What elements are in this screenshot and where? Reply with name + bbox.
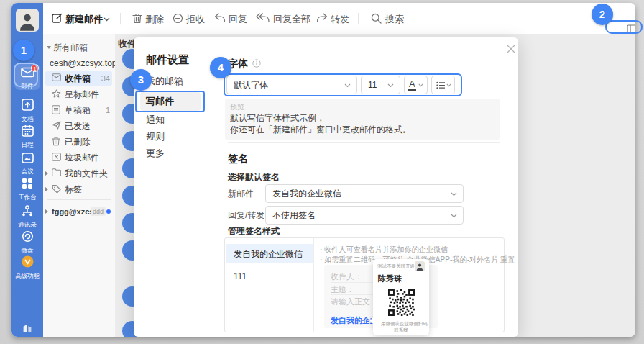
- folder-icon: [52, 168, 61, 176]
- folder-label: 标签: [65, 183, 82, 196]
- folder-divider: [47, 199, 111, 200]
- contacts-icon: [21, 205, 34, 217]
- manage-signature-label: 管理签名样式: [228, 225, 280, 237]
- sidebar-item-calendar[interactable]: 日程: [12, 125, 43, 148]
- choose-signature-label: 选择默认签名: [228, 171, 280, 184]
- settings-menu-notify[interactable]: 通知: [146, 112, 203, 128]
- workbench-icon: [22, 178, 33, 189]
- signature-item[interactable]: 111: [234, 271, 247, 281]
- sidebar-item-label: 会议: [12, 168, 42, 175]
- forward-button[interactable]: 转发: [331, 13, 349, 26]
- drive-icon: [22, 230, 34, 243]
- mail-toolbar: 新建邮件 删除 拒收 回复 回复全部 转发: [43, 3, 635, 35]
- settings-title: 邮件设置: [146, 53, 189, 67]
- tag-icon: [52, 184, 61, 193]
- body-placeholder: 请输入正文: [331, 297, 370, 307]
- annotation-box-3: [135, 91, 205, 112]
- account2-row[interactable]: fggg@xzcs... ddd: [43, 205, 115, 218]
- delete-icon: [132, 13, 142, 27]
- folder-group-all[interactable]: 所有邮箱: [43, 41, 115, 54]
- app-window: 1 邮件 文档 日程 会议 工作台 通讯录: [12, 3, 635, 337]
- caret-right-icon: [45, 171, 48, 176]
- caret-right-icon: [45, 187, 48, 191]
- junk-icon: [52, 153, 61, 161]
- preview-label: 预览: [230, 102, 244, 112]
- toolbar-divider: [358, 13, 359, 24]
- account-row[interactable]: cesh@xzcsyx.top: [43, 57, 115, 70]
- delete-button[interactable]: 删除: [145, 13, 164, 26]
- sidebar-item-label: 文档: [12, 115, 42, 122]
- sidebar-item-label: 日程: [12, 141, 42, 148]
- account2-tag: ddd: [91, 207, 106, 216]
- sidebar-item-drive[interactable]: 微盘: [12, 230, 43, 254]
- inbox-icon: [52, 73, 61, 81]
- advanced-features-icon: [22, 255, 34, 268]
- reject-icon: [172, 13, 183, 27]
- user-avatar[interactable]: [16, 9, 39, 32]
- search-button[interactable]: 搜索: [385, 13, 404, 26]
- folder-item-inbox[interactable]: 收件箱 34: [43, 72, 115, 85]
- folder-label: 草稿箱: [65, 104, 91, 117]
- trash-icon: [52, 137, 60, 146]
- folder-item-junk[interactable]: 垃圾邮件: [43, 151, 115, 164]
- organization-icon[interactable]: [21, 321, 34, 337]
- settings-menu-my-mailbox[interactable]: 我的邮箱: [146, 73, 203, 89]
- folder-item-drafts[interactable]: 草稿箱 1: [43, 104, 115, 117]
- star-icon: [52, 89, 61, 99]
- folder-item-starred[interactable]: 星标邮件: [43, 88, 115, 101]
- chevron-down-icon[interactable]: [104, 17, 110, 22]
- settings-menu-rules[interactable]: 规则: [146, 129, 203, 145]
- reply-all-icon: [256, 13, 270, 26]
- reject-button[interactable]: 拒收: [186, 13, 205, 26]
- sidebar-item-label: 微盘: [12, 247, 42, 254]
- card-scan-text-2: 联系我: [381, 327, 421, 334]
- person-photo-icon: [415, 261, 425, 271]
- subject-field-label: 主题：: [331, 284, 354, 295]
- signature-item[interactable]: 发自我的企业微信: [234, 248, 303, 261]
- folder-item-deleted[interactable]: 已删除: [43, 135, 115, 148]
- account-label: cesh@xzcsyx.top: [50, 57, 117, 70]
- caret-down-icon: [47, 46, 51, 49]
- to-field-label: 收件人：: [331, 271, 362, 282]
- annotation-badge-2: 2: [592, 4, 613, 25]
- settings-menu-more[interactable]: 更多: [146, 145, 203, 161]
- folder-item-tags[interactable]: 标签: [43, 183, 115, 196]
- card-scan-text-1: 用微信或企业微信扫码: [381, 321, 421, 327]
- sidebar-item-meeting[interactable]: 会议: [12, 153, 43, 175]
- compose-button[interactable]: 新建邮件: [65, 13, 103, 26]
- preview-line2: 你还可在「新建邮件」窗口中更改邮件的格式。: [230, 124, 411, 136]
- font-preview-box: 预览 默认写信字体样式示例， 你还可在「新建邮件」窗口中更改邮件的格式。: [225, 99, 500, 140]
- folder-item-sent[interactable]: 已发送: [43, 119, 115, 132]
- folder-item-myfolders[interactable]: 我的文件夹: [43, 167, 115, 180]
- section-divider: [228, 142, 500, 143]
- reply-button[interactable]: 回复: [229, 13, 247, 26]
- folder-label: 垃圾邮件: [65, 151, 99, 164]
- annotation-box-4: [224, 73, 462, 96]
- sidebar-item-label: 工作台: [12, 194, 42, 201]
- sidebar-item-workbench[interactable]: 工作台: [12, 178, 43, 201]
- folder-label: 我的文件夹: [65, 167, 108, 180]
- folder-label: 星标邮件: [65, 88, 99, 101]
- reply-all-button[interactable]: 回复全部: [273, 13, 310, 26]
- annotation-box-2: [605, 20, 643, 34]
- sidebar-item-label: 高级功能: [12, 272, 42, 279]
- sidebar-item-advanced[interactable]: 高级功能: [12, 255, 43, 279]
- dialog-close-icon[interactable]: [507, 45, 515, 53]
- reply-signature-select[interactable]: 不使用签名: [265, 206, 464, 225]
- meeting-icon: [22, 153, 34, 163]
- signature-section-heading: 签名: [228, 153, 248, 166]
- info-icon[interactable]: [252, 59, 261, 68]
- sidebar-item-docs[interactable]: 文档: [12, 99, 43, 122]
- preview-line1: 默认写信字体样式示例，: [230, 112, 325, 125]
- folder-label: 已删除: [65, 135, 91, 148]
- folder-group-label: 所有邮箱: [53, 41, 88, 54]
- chevron-down-icon: [451, 214, 457, 218]
- compose-icon: [52, 13, 63, 27]
- sidebar-item-contacts[interactable]: 通讯录: [12, 205, 43, 228]
- calendar-icon: [22, 125, 34, 137]
- person-photo-icon: [16, 9, 39, 32]
- card-avatar: [415, 261, 425, 271]
- new-mail-signature-select[interactable]: 发自我的企业微信: [265, 184, 464, 203]
- signature-manage-box: 发自我的企业微信 111 · 收件人可查看名片并添加你的企业微信 · 如需重置二…: [224, 237, 505, 332]
- reply-icon: [214, 13, 226, 26]
